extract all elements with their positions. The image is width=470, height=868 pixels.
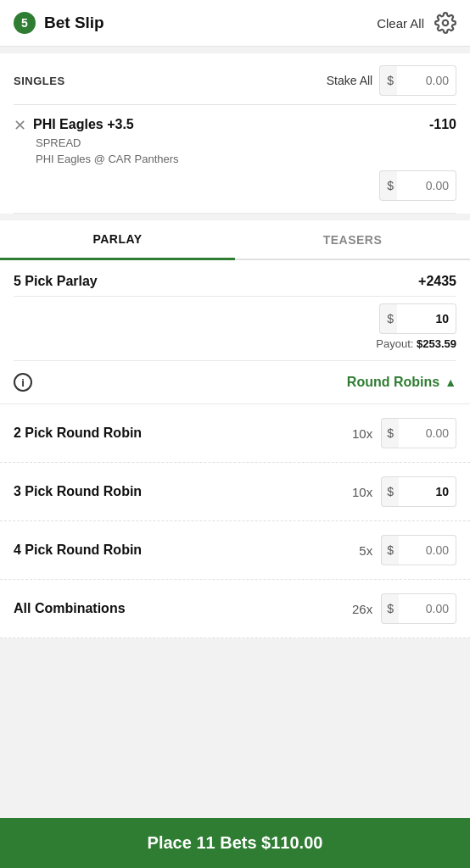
stake-all-row: Stake All $ [327, 65, 456, 96]
bet-type: SPREAD [36, 136, 456, 149]
parlay-dollar: $ [379, 303, 397, 334]
bet-stake-row: $ [14, 170, 456, 201]
header: 5 Bet Slip Clear All [0, 0, 470, 47]
rr-dollar-2: $ [381, 535, 399, 565]
round-robins-header: i Round Robins ▲ [0, 361, 470, 404]
singles-bet-row: ✕ PHI Eagles +3.5 -110 SPREAD PHI Eagles… [14, 105, 456, 214]
round-robins-label: Round Robins [347, 375, 439, 390]
rr-input-2[interactable] [399, 535, 456, 565]
remove-bet-button[interactable]: ✕ [14, 118, 26, 133]
rr-dollar-0: $ [381, 418, 399, 448]
round-robins-toggle[interactable]: Round Robins ▲ [347, 375, 456, 390]
rr-right-3: 26x $ [349, 593, 456, 624]
rr-right-2: 5x $ [349, 535, 456, 565]
settings-icon[interactable] [434, 12, 456, 34]
stake-all-dollar: $ [379, 65, 397, 96]
parlay-stake-input-group: $ [379, 303, 456, 334]
rr-input-3[interactable] [399, 593, 456, 624]
singles-header: SINGLES Stake All $ [14, 53, 456, 105]
place-bets-bar: Place 11 Bets $110.00 [0, 818, 470, 868]
chevron-up-icon: ▲ [445, 376, 456, 389]
rr-title-0: 2 Pick Round Robin [14, 426, 142, 441]
singles-section: SINGLES Stake All $ ✕ PHI Eagles +3.5 -1… [0, 53, 470, 214]
rr-title-1: 3 Pick Round Robin [14, 484, 142, 499]
bet-matchup: PHI Eagles @ CAR Panthers [36, 153, 456, 165]
bottom-spacer [0, 638, 470, 706]
place-bets-button[interactable]: Place 11 Bets $110.00 [14, 833, 456, 853]
parlay-odds: +2435 [418, 274, 456, 289]
svg-point-0 [443, 20, 449, 26]
payout-amount: $253.59 [417, 337, 456, 350]
bet-stake-input-group: $ [379, 170, 456, 201]
round-robin-row: 2 Pick Round Robin 10x $ [0, 404, 470, 463]
parlay-title: 5 Pick Parlay [14, 274, 98, 289]
info-icon[interactable]: i [14, 373, 32, 392]
rr-multiplier-1: 10x [349, 485, 372, 499]
rr-input-0[interactable] [399, 418, 456, 448]
rr-dollar-3: $ [381, 593, 399, 624]
bet-row-left: ✕ PHI Eagles +3.5 [14, 117, 134, 133]
rr-input-group-3: $ [381, 593, 456, 624]
bet-title: PHI Eagles +3.5 [33, 117, 134, 132]
bet-odds: -110 [429, 117, 456, 132]
stake-all-input-group: $ [379, 65, 456, 96]
rr-right-1: 10x $ [349, 476, 456, 507]
rr-input-group-0: $ [381, 418, 456, 448]
bet-dollar: $ [379, 170, 397, 201]
clear-all-button[interactable]: Clear All [377, 16, 424, 31]
page-title: Bet Slip [44, 14, 104, 32]
tabs-section: PARLAY TEASERS 5 Pick Parlay +2435 $ Pay… [0, 220, 470, 361]
header-left: 5 Bet Slip [14, 12, 104, 34]
rr-multiplier-0: 10x [349, 426, 372, 441]
rr-multiplier-3: 26x [349, 602, 372, 616]
rr-title-2: 4 Pick Round Robin [14, 542, 142, 558]
rr-title-3: All Combinations [14, 601, 126, 616]
round-robin-row: 3 Pick Round Robin 10x $ [0, 463, 470, 521]
rr-input-group-1: $ [381, 476, 456, 507]
payout-text: Payout: $253.59 [376, 337, 456, 350]
parlay-section: 5 Pick Parlay +2435 $ Payout: $253.59 [0, 260, 470, 361]
singles-label: SINGLES [14, 75, 65, 87]
tabs-bar: PARLAY TEASERS [0, 220, 470, 260]
bet-row-top: ✕ PHI Eagles +3.5 -110 [14, 117, 456, 133]
rr-multiplier-2: 5x [349, 543, 372, 558]
header-right: Clear All [377, 12, 456, 34]
round-robin-section: 2 Pick Round Robin 10x $ 3 Pick Round Ro… [0, 404, 470, 638]
stake-all-text: Stake All [327, 74, 372, 87]
tab-teasers[interactable]: TEASERS [235, 220, 470, 259]
tab-parlay[interactable]: PARLAY [0, 220, 235, 260]
rr-input-group-2: $ [381, 535, 456, 565]
bet-count-badge: 5 [14, 12, 36, 34]
parlay-row: 5 Pick Parlay +2435 [14, 260, 456, 297]
bet-stake-input[interactable] [397, 170, 456, 201]
rr-dollar-1: $ [381, 476, 399, 507]
parlay-stake-input[interactable] [397, 303, 456, 334]
stake-all-input[interactable] [397, 65, 456, 96]
parlay-stake-row: $ [14, 297, 456, 337]
rr-input-1[interactable] [399, 476, 456, 507]
round-robin-row: 4 Pick Round Robin 5x $ [0, 521, 470, 580]
payout-row: Payout: $253.59 [14, 337, 456, 361]
rr-right-0: 10x $ [349, 418, 456, 448]
round-robin-row: All Combinations 26x $ [0, 580, 470, 638]
